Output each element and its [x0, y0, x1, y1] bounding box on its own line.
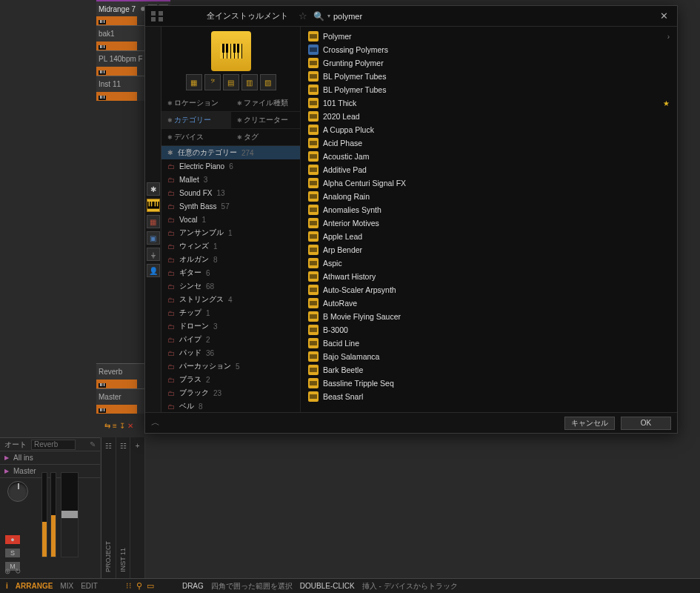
result-row[interactable]: BL Polymer Tubes: [301, 83, 677, 96]
view-grid-icon[interactable]: [151, 11, 164, 21]
category-row[interactable]: 🗀 アンサンブル 1: [161, 226, 300, 239]
category-row[interactable]: 🗀 ストリングス 4: [161, 293, 300, 306]
category-row[interactable]: ✱ 任意のカテゴリー 274: [161, 146, 300, 159]
add-channel[interactable]: +: [130, 437, 145, 578]
sidebar-item-fx[interactable]: ▦: [147, 215, 160, 228]
clear-search-icon[interactable]: ✕: [657, 10, 671, 21]
filter-tab[interactable]: タグ: [231, 129, 301, 146]
category-row[interactable]: 🗀 オルガン 8: [161, 253, 300, 266]
category-row[interactable]: 🗀 Vocal 1: [161, 213, 300, 226]
tool-icon[interactable]: ⇆: [104, 422, 110, 430]
result-row[interactable]: Bacid Line: [301, 337, 677, 350]
sidebar-item-users[interactable]: 👤: [147, 264, 160, 277]
category-row[interactable]: 🗀 パーカッション 5: [161, 360, 300, 373]
cancel-button[interactable]: キャンセル: [564, 417, 615, 430]
expand-icon[interactable]: ⊕: [4, 567, 10, 575]
chevron-down-icon[interactable]: ▾: [327, 13, 330, 19]
tool-icon[interactable]: ↧: [119, 422, 125, 430]
category-row[interactable]: 🗀 シンセ 68: [161, 279, 300, 293]
filter-tab[interactable]: デバイス: [161, 129, 231, 146]
result-row[interactable]: Bark Beetle: [301, 363, 677, 377]
result-row[interactable]: Arp Bender: [301, 243, 677, 256]
result-row[interactable]: Anomalies Synth: [301, 203, 677, 216]
category-row[interactable]: 🗀 Synth Bass 57: [161, 199, 300, 213]
chevron-right-icon[interactable]: ›: [667, 33, 670, 41]
favorite-icon[interactable]: ★: [663, 99, 670, 107]
tool-icon[interactable]: ⚲: [136, 581, 142, 591]
settings-icon[interactable]: ↻: [15, 567, 21, 575]
result-row[interactable]: Analong Rain: [301, 190, 677, 203]
result-row[interactable]: Bassline Tripple Seq: [301, 377, 677, 390]
result-row[interactable]: 2020 Lead: [301, 110, 677, 123]
result-row[interactable]: B-3000: [301, 323, 677, 337]
result-row[interactable]: Alpha Centuri Signal FX: [301, 176, 677, 190]
tool-icon[interactable]: ≡: [113, 422, 117, 430]
solo-button[interactable]: S: [4, 548, 21, 558]
tool-icon[interactable]: ▭: [147, 581, 154, 591]
input-route-row[interactable]: ▶ All ins: [0, 451, 100, 465]
device-type-icon[interactable]: ▤: [223, 74, 239, 90]
search-field[interactable]: 🔍 ▾: [313, 11, 651, 21]
category-row[interactable]: 🗀 ドローン 3: [161, 319, 300, 333]
device-type-icon[interactable]: 𝄢: [204, 74, 221, 90]
filter-tab[interactable]: カテゴリー: [161, 112, 231, 129]
category-row[interactable]: 🗀 チップ 1: [161, 306, 300, 319]
volume-fader[interactable]: [61, 472, 79, 557]
info-icon[interactable]: i: [6, 582, 8, 590]
category-row[interactable]: 🗀 Sound FX 13: [161, 186, 300, 199]
sidebar-item-instruments[interactable]: [147, 199, 160, 212]
channel-strip[interactable]: ☷ PROJECT: [101, 437, 116, 578]
sidebar-item-all[interactable]: ✱: [147, 182, 160, 196]
result-row[interactable]: Aspic: [301, 256, 677, 270]
category-row[interactable]: 🗀 ブラス 2: [161, 373, 300, 386]
result-row[interactable]: 101 Thick ★: [301, 96, 677, 110]
automation-row[interactable]: オート ✎: [0, 438, 100, 451]
edit-tab[interactable]: EDIT: [81, 582, 98, 590]
channel-strip[interactable]: ☷ INST 11: [116, 437, 131, 578]
arrange-tab[interactable]: ARRANGE: [16, 582, 53, 590]
arranger-tool-strip[interactable]: ⇆ ≡ ↧ ✕: [101, 419, 136, 432]
result-row[interactable]: Additive Pad: [301, 163, 677, 176]
favorite-filter-icon[interactable]: ☆: [299, 10, 307, 21]
category-row[interactable]: 🗀 ベル 8: [161, 400, 300, 412]
category-row[interactable]: 🗀 ウィンズ 1: [161, 239, 300, 253]
result-row[interactable]: Beast Snarl: [301, 390, 677, 403]
category-row[interactable]: 🗀 ブラック 23: [161, 386, 300, 400]
collapse-icon[interactable]: ︿: [151, 417, 160, 429]
result-row[interactable]: A Cuppa Pluck: [301, 123, 677, 136]
automation-target-input[interactable]: [31, 440, 76, 450]
filter-tab[interactable]: ロケーション: [161, 95, 231, 112]
result-row[interactable]: BL Polymer Tubes: [301, 70, 677, 83]
result-row[interactable]: Grunting Polymer: [301, 56, 677, 70]
sidebar-item-plugins[interactable]: ⏚: [147, 248, 160, 261]
category-row[interactable]: 🗀 パイプ 2: [161, 333, 300, 346]
filter-tab[interactable]: クリエーター: [231, 112, 301, 129]
result-row[interactable]: Acid Phase: [301, 136, 677, 150]
tool-icon[interactable]: ✕: [127, 422, 133, 430]
device-type-icon[interactable]: ▦: [186, 74, 202, 90]
result-row[interactable]: B Movie Flying Saucer: [301, 310, 677, 323]
tool-icon[interactable]: ⁝⁝: [126, 581, 132, 591]
category-row[interactable]: 🗀 ギター 6: [161, 266, 300, 279]
filter-tab[interactable]: ファイル種類: [231, 95, 301, 112]
result-row[interactable]: Apple Lead: [301, 230, 677, 243]
category-row[interactable]: 🗀 Electric Piano 6: [161, 159, 300, 173]
mix-tab[interactable]: MIX: [60, 582, 73, 590]
search-input[interactable]: [333, 12, 651, 21]
category-row[interactable]: 🗀 Mallet 3: [161, 173, 300, 186]
result-row[interactable]: Bajo Salamanca: [301, 350, 677, 363]
result-row[interactable]: Acoustic Jam: [301, 150, 677, 163]
result-row[interactable]: Polymer ›: [301, 30, 677, 43]
result-row[interactable]: AutoRave: [301, 296, 677, 310]
pan-knob[interactable]: [7, 481, 28, 502]
result-row[interactable]: Auto-Scaler Arpsynth: [301, 283, 677, 296]
result-row[interactable]: Athwart History: [301, 270, 677, 283]
result-row[interactable]: Crossing Polymers: [301, 43, 677, 56]
sidebar-item-modulators[interactable]: ▣: [147, 231, 160, 245]
device-type-icon[interactable]: ▧: [260, 74, 276, 90]
ok-button[interactable]: OK: [621, 417, 671, 430]
category-row[interactable]: 🗀 パッド 36: [161, 346, 300, 360]
result-row[interactable]: Anterior Motives: [301, 216, 677, 230]
device-type-icon[interactable]: ▥: [241, 74, 258, 90]
record-arm-button[interactable]: ●: [4, 534, 21, 545]
